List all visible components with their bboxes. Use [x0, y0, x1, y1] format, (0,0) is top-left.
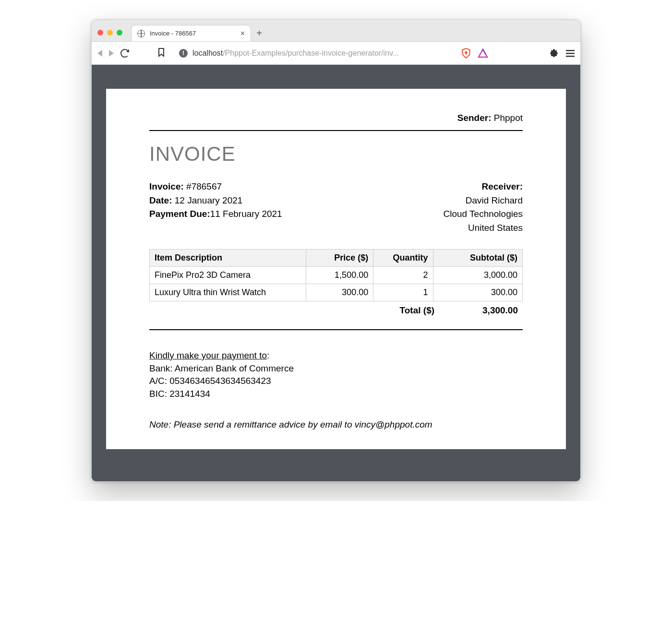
- payment-due-value: 11 February 2021: [210, 209, 282, 219]
- titlebar: Invoice - 786567 × +: [92, 20, 580, 42]
- svg-rect-0: [566, 50, 575, 51]
- site-info-icon[interactable]: !: [179, 49, 188, 58]
- invoice-document: Sender: Phppot INVOICE Invoice: #786567 …: [106, 89, 566, 449]
- table-row: FinePix Pro2 3D Camera 1,500.00 2 3,000.…: [150, 267, 523, 284]
- invoice-number-value: #786567: [186, 181, 222, 191]
- divider: [149, 329, 523, 330]
- receiver-name: David Richard: [444, 194, 523, 208]
- invoice-date-label: Date:: [149, 195, 172, 205]
- remittance-note: Note: Please send a remittance advice by…: [149, 419, 523, 430]
- cell-price: 1,500.00: [306, 267, 373, 284]
- cell-qty: 2: [373, 267, 433, 284]
- total-value: 3,300.00: [482, 305, 518, 316]
- payment-due-label: Payment Due:: [149, 209, 210, 219]
- receiver-meta: Receiver: David Richard Cloud Technologi…: [444, 180, 523, 235]
- bookmark-icon: [157, 48, 166, 57]
- forward-button[interactable]: [109, 50, 114, 57]
- bookmark-button[interactable]: [157, 48, 166, 59]
- sender-name: Phppot: [494, 113, 523, 123]
- col-subtotal: Subtotal ($): [433, 250, 523, 267]
- invoice-number-label: Invoice:: [149, 181, 184, 191]
- cell-price: 300.00: [306, 284, 373, 301]
- invoice-date-value: 12 January 2021: [175, 195, 243, 205]
- extensions-icon[interactable]: [550, 48, 559, 58]
- menu-icon[interactable]: [566, 49, 575, 57]
- total-label: Total ($): [400, 305, 434, 316]
- payment-bic: BIC: 23141434: [149, 388, 523, 401]
- items-table: Item Description Price ($) Quantity Subt…: [149, 249, 523, 301]
- address-bar[interactable]: ! localhost/Phppot-Examples/purchase-inv…: [172, 45, 455, 61]
- close-tab-icon[interactable]: ×: [240, 30, 245, 37]
- col-description: Item Description: [150, 250, 306, 267]
- receiver-country: United States: [444, 221, 523, 235]
- receiver-label: Receiver:: [481, 181, 523, 191]
- cell-subtotal: 3,000.00: [433, 267, 523, 284]
- cell-desc: Luxury Ultra thin Wrist Watch: [150, 284, 306, 301]
- new-tab-button[interactable]: +: [251, 25, 267, 41]
- minimize-window-button[interactable]: [107, 30, 113, 36]
- maximize-window-button[interactable]: [117, 30, 122, 36]
- toolbar: ! localhost/Phppot-Examples/purchase-inv…: [92, 42, 580, 65]
- url-text: localhost/Phppot-Examples/purchase-invoi…: [192, 49, 399, 58]
- sender-label: Sender:: [457, 113, 492, 123]
- meta-section: Invoice: #786567 Date: 12 January 2021 P…: [149, 180, 523, 235]
- close-window-button[interactable]: [97, 30, 103, 36]
- viewport: Sender: Phppot INVOICE Invoice: #786567 …: [92, 65, 580, 481]
- reload-button[interactable]: [120, 49, 129, 58]
- tab-title: Invoice - 786567: [150, 30, 236, 37]
- receiver-company: Cloud Technologies: [444, 207, 523, 221]
- brave-shield-icon[interactable]: [461, 48, 471, 59]
- sender-line: Sender: Phppot: [149, 113, 523, 123]
- document-title: INVOICE: [149, 143, 523, 166]
- cell-subtotal: 300.00: [433, 284, 523, 301]
- total-row: Total ($) 3,300.00: [149, 301, 523, 316]
- payment-heading: Kindly make your payment to: [149, 350, 267, 360]
- window-controls: [97, 30, 122, 36]
- cell-qty: 1: [373, 284, 433, 301]
- table-header-row: Item Description Price ($) Quantity Subt…: [150, 250, 523, 267]
- browser-tab[interactable]: Invoice - 786567 ×: [131, 25, 251, 41]
- divider: [149, 130, 523, 131]
- browser-window: Invoice - 786567 × + ! localhost/Phppot-…: [91, 19, 581, 482]
- svg-rect-1: [566, 53, 575, 54]
- svg-rect-2: [566, 56, 575, 57]
- globe-icon: [137, 30, 145, 37]
- payment-bank: Bank: American Bank of Commerce: [149, 362, 523, 375]
- table-row: Luxury Ultra thin Wrist Watch 300.00 1 3…: [150, 284, 523, 301]
- col-quantity: Quantity: [373, 250, 433, 267]
- triangle-icon[interactable]: [478, 48, 488, 58]
- cell-desc: FinePix Pro2 3D Camera: [150, 267, 306, 284]
- back-button[interactable]: [97, 50, 102, 57]
- payment-instructions: Kindly make your payment to: Bank: Ameri…: [149, 349, 523, 400]
- payment-account: A/C: 05346346543634563423: [149, 375, 523, 388]
- col-price: Price ($): [306, 250, 373, 267]
- invoice-meta: Invoice: #786567 Date: 12 January 2021 P…: [149, 180, 282, 235]
